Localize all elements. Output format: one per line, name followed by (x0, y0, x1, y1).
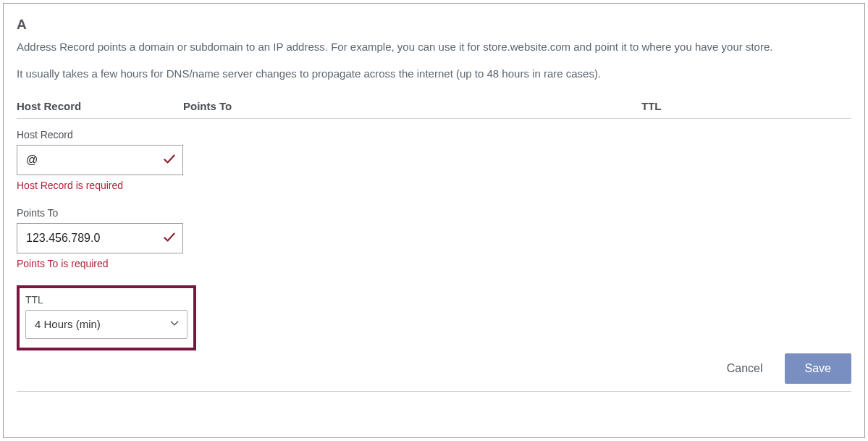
points-to-input[interactable] (25, 231, 156, 245)
points-to-error: Points To is required (17, 258, 851, 269)
record-description-1: Address Record points a domain or subdom… (17, 38, 851, 55)
chevron-down-icon (168, 316, 181, 332)
column-header-host: Host Record (17, 100, 183, 112)
points-to-group: Points To Points To is required (17, 207, 851, 269)
form-footer: Cancel Save (17, 353, 851, 392)
host-record-input[interactable] (25, 153, 156, 167)
host-record-label: Host Record (17, 129, 851, 140)
save-button[interactable]: Save (785, 353, 851, 384)
ttl-select[interactable]: 4 Hours (min) (25, 310, 187, 339)
points-to-field[interactable] (17, 223, 183, 253)
points-to-label: Points To (17, 207, 851, 219)
ttl-label: TTL (25, 294, 187, 306)
record-type-title: A (17, 17, 851, 33)
cancel-button[interactable]: Cancel (722, 361, 767, 376)
check-icon (162, 230, 177, 246)
dns-a-record-panel: A Address Record points a domain or subd… (3, 3, 865, 438)
ttl-highlight-box: TTL 4 Hours (min) (17, 285, 196, 350)
column-header-ttl: TTL (641, 100, 851, 112)
host-record-field[interactable] (17, 145, 183, 175)
check-icon (162, 151, 177, 168)
ttl-selected-value: 4 Hours (min) (35, 318, 101, 330)
column-header-points-to: Points To (183, 100, 641, 112)
record-description-2: It usually takes a few hours for DNS/nam… (17, 65, 851, 82)
host-record-error: Host Record is required (17, 180, 851, 191)
host-record-group: Host Record Host Record is required (17, 129, 851, 191)
column-headers-row: Host Record Points To TTL (17, 93, 851, 119)
